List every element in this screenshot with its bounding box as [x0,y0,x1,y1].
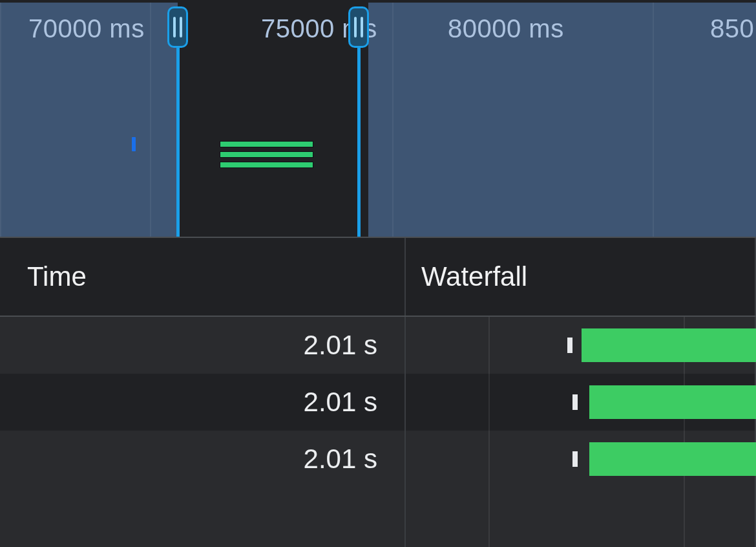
waterfall-gridline [488,488,490,547]
overview-gridline [392,3,394,237]
overview-entry [220,151,313,158]
cell-empty [0,488,406,547]
cell-waterfall [406,317,756,374]
waterfall-download-segment [589,442,756,476]
overview-nav-marker [132,137,136,151]
table-body: 2.01 s 2.01 s 2.01 s [0,317,756,547]
waterfall-download-segment [582,328,756,362]
table-row[interactable]: 2.01 s [0,374,756,431]
waterfall-gridline [684,488,685,547]
overview-gridline [653,3,654,237]
waterfall-wait-segment [572,394,578,410]
waterfall-bar [406,385,755,419]
waterfall-bar [406,328,755,362]
cell-time: 2.01 s [0,374,406,431]
cell-empty [406,488,756,547]
table-row[interactable]: 2.01 s [0,431,756,488]
table-header-row: Time Waterfall [0,238,756,317]
timeline-tick: 850 [710,14,754,43]
network-table: Time Waterfall 2.01 s 2.01 s [0,238,756,547]
grip-icon [348,6,369,48]
overview-gridline [150,3,151,237]
waterfall-wait-segment [567,338,572,353]
waterfall-download-segment [589,385,756,419]
timeline-tick: 70000 ms [28,14,145,43]
timeline-tick: 80000 ms [448,14,564,43]
waterfall-bar [406,442,755,476]
overview-gridline [0,3,1,237]
waterfall-wait-segment [572,451,578,467]
table-row[interactable]: 2.01 s [0,317,756,374]
overview-entry [220,162,313,168]
overview-entry [220,141,313,147]
cell-waterfall [406,374,756,431]
cell-time: 2.01 s [0,317,406,374]
column-header-waterfall[interactable]: Waterfall [406,238,756,316]
grip-icon [167,6,188,48]
table-row-empty [0,488,756,547]
timeline-overview[interactable]: 70000 ms 75000 ms 80000 ms 850 [0,0,756,238]
cell-time: 2.01 s [0,431,406,488]
cell-waterfall [406,431,756,488]
column-header-time[interactable]: Time [0,238,406,316]
overview-entries [220,141,313,172]
